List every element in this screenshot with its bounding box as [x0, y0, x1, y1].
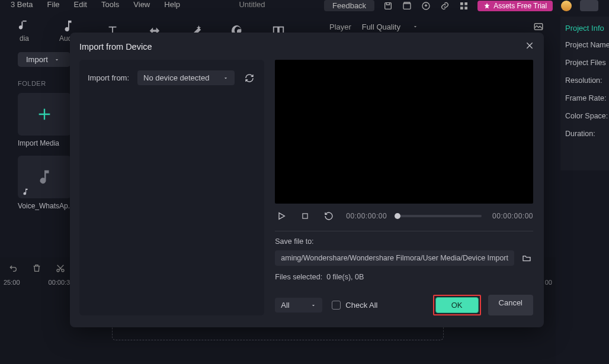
browse-folder-button[interactable]	[520, 252, 533, 265]
ok-button[interactable]: OK	[435, 297, 479, 313]
seek-knob[interactable]	[395, 213, 400, 219]
time-current: 00:00:00:00	[346, 212, 387, 220]
import-from-label: Import from:	[88, 73, 129, 82]
play-icon	[277, 211, 286, 221]
close-button[interactable]	[524, 40, 536, 51]
chevron-down-icon	[223, 75, 229, 81]
check-all[interactable]: Check All	[332, 301, 377, 310]
refresh-button[interactable]	[243, 72, 256, 85]
save-to-label: Save file to:	[275, 237, 533, 246]
filter-select[interactable]: All	[275, 298, 322, 313]
files-selected-value: 0 file(s), 0B	[326, 273, 364, 281]
svg-rect-12	[303, 214, 307, 218]
play-button[interactable]	[275, 210, 288, 223]
close-icon	[525, 41, 534, 50]
seek-bar[interactable]	[398, 215, 482, 217]
dialog-title: Import from Device	[79, 42, 533, 51]
device-list-pane: Import from: No device detected	[79, 60, 264, 315]
ok-highlight: OK	[433, 295, 481, 315]
import-device-dialog: Import from Device Import from: No devic…	[70, 33, 544, 327]
preview-pane: 00:00:00:00 00:00:00:00 Save file to: am…	[275, 60, 533, 315]
check-all-label: Check All	[345, 301, 377, 310]
stop-button[interactable]	[299, 210, 312, 223]
refresh-icon	[245, 73, 254, 83]
chevron-down-icon	[310, 302, 316, 308]
checkbox-icon	[332, 301, 341, 310]
replay-button[interactable]	[322, 210, 335, 223]
video-preview	[275, 60, 533, 204]
device-select[interactable]: No device detected	[137, 70, 235, 85]
save-path-field[interactable]: aming/Wondershare/Wondershare Filmora/Us…	[275, 250, 514, 266]
time-total: 00:00:00:00	[492, 212, 533, 220]
filter-value: All	[281, 301, 289, 310]
files-selected-label: Files selected:	[275, 273, 322, 281]
replay-icon	[324, 211, 334, 221]
device-select-value: No device detected	[143, 73, 209, 82]
cancel-button[interactable]: Cancel	[488, 295, 533, 315]
stop-icon	[301, 212, 309, 220]
folder-icon	[522, 253, 531, 263]
